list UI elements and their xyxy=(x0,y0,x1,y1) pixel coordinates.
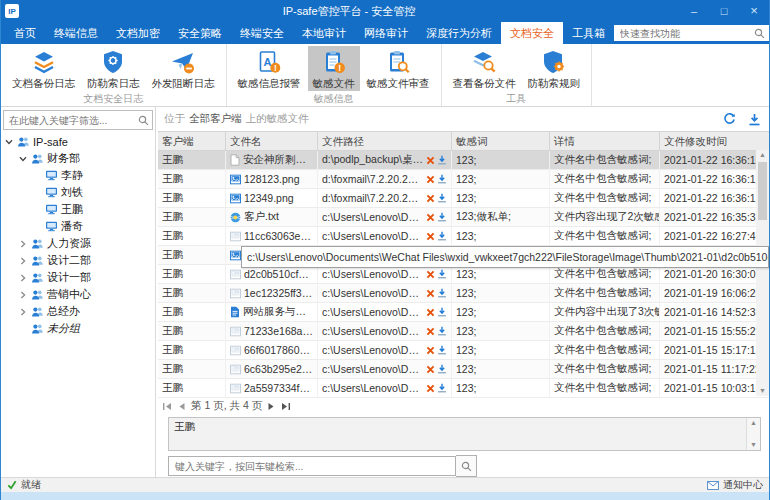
ribbon-button[interactable]: 查看备份文件 xyxy=(448,46,521,91)
delete-icon[interactable] xyxy=(426,269,435,279)
delete-icon[interactable] xyxy=(426,326,435,336)
table-row[interactable]: 王鹏12349.pngd:\foxmail\7.2.20.259\...123;… xyxy=(158,189,769,208)
tree-filter-input[interactable] xyxy=(7,114,138,127)
tree-node[interactable]: 王鹏 xyxy=(1,201,155,218)
scroll-up-icon[interactable]: ▲ xyxy=(750,418,757,428)
close-button[interactable]: × xyxy=(739,0,769,22)
delete-icon[interactable] xyxy=(426,193,435,203)
scroll-down-icon[interactable]: ▼ xyxy=(759,386,766,396)
delete-icon[interactable] xyxy=(426,174,435,184)
menu-tab[interactable]: 安全策略 xyxy=(169,22,231,44)
download-icon[interactable] xyxy=(437,269,447,279)
ribbon-button[interactable]: 外发阻断日志 xyxy=(147,46,220,91)
download-icon[interactable] xyxy=(437,364,447,374)
refresh-icon[interactable] xyxy=(723,113,736,126)
download-icon[interactable] xyxy=(437,345,447,355)
tree-expander[interactable] xyxy=(18,290,31,300)
tree-node[interactable]: 总经办 xyxy=(1,303,155,320)
keyword-search-box[interactable] xyxy=(168,456,456,476)
download-icon[interactable] xyxy=(437,326,447,336)
quick-search-box[interactable] xyxy=(614,25,769,41)
next-page-button[interactable] xyxy=(267,402,275,411)
delete-icon[interactable] xyxy=(426,212,435,222)
column-header[interactable]: 敏感词 xyxy=(452,132,550,150)
last-page-button[interactable] xyxy=(280,402,291,411)
delete-icon[interactable] xyxy=(426,383,435,393)
menu-tab[interactable]: 工具箱 xyxy=(563,22,614,44)
tree-node[interactable]: 设计一部 xyxy=(1,269,155,286)
column-header[interactable]: 文件路径 xyxy=(318,132,452,150)
menu-tab[interactable]: 深度行为分析 xyxy=(417,22,501,44)
tree-node[interactable]: 财务部 xyxy=(1,150,155,167)
minimize-button[interactable]: – xyxy=(679,0,709,22)
ribbon-button[interactable]: A!敏感信息报警 xyxy=(233,46,306,91)
table-row[interactable]: 王鹏客户.txtc:\Users\Lenovo\Deskt...123;做私单;… xyxy=(158,208,769,227)
menu-tab[interactable]: 终端信息 xyxy=(45,22,107,44)
tree-expander[interactable] xyxy=(18,154,31,164)
table-row[interactable]: 王鹏71233e168aa1e...c:\Users\Lenovo\Docu..… xyxy=(158,322,769,341)
vertical-scrollbar[interactable]: ▲ ▼ xyxy=(756,150,769,396)
maximize-button[interactable]: □ xyxy=(709,0,739,22)
column-header[interactable]: 文件名 xyxy=(226,132,318,150)
first-page-button[interactable] xyxy=(162,402,173,411)
breadcrumb-scope[interactable]: 全部客户端 xyxy=(189,112,242,126)
tree-node[interactable]: 人力资源 xyxy=(1,235,155,252)
tree-node[interactable]: 设计二部 xyxy=(1,252,155,269)
download-export-icon[interactable] xyxy=(748,113,761,126)
menu-tab[interactable]: 文档安全 xyxy=(501,22,563,44)
tree-filter-box[interactable] xyxy=(3,110,153,130)
delete-icon[interactable] xyxy=(426,231,435,241)
delete-icon[interactable] xyxy=(426,307,435,317)
download-icon[interactable] xyxy=(437,212,447,222)
tree-node[interactable]: IP-safe xyxy=(1,133,155,150)
table-row[interactable]: 王鹏66f6017860112...c:\Users\Lenovo\Docu..… xyxy=(158,341,769,360)
ribbon-button[interactable]: 文档备份日志 xyxy=(7,46,80,91)
column-header[interactable]: 客户端 xyxy=(158,132,226,150)
quick-search-input[interactable] xyxy=(618,27,754,40)
download-icon[interactable] xyxy=(437,307,447,317)
tree-node[interactable]: 营销中心 xyxy=(1,286,155,303)
table-row[interactable]: 王鹏1ec12325ff3d3...c:\Users\Lenovo\Docu..… xyxy=(158,284,769,303)
delete-icon[interactable] xyxy=(426,155,435,165)
table-row[interactable]: 王鹏2a5597334f5b4...c:\Users\Lenovo\Docu..… xyxy=(158,379,769,398)
tree-expander[interactable] xyxy=(18,273,31,283)
download-icon[interactable] xyxy=(437,155,447,165)
column-header[interactable]: 文件修改时间 xyxy=(660,132,769,150)
tree-expander[interactable] xyxy=(18,239,31,249)
keyword-search-button[interactable] xyxy=(456,455,477,477)
menu-tab[interactable]: 文档加密 xyxy=(107,22,169,44)
menu-tab[interactable]: 首页 xyxy=(5,22,45,44)
tree-node[interactable]: 刘铁 xyxy=(1,184,155,201)
menu-tab[interactable]: 终端安全 xyxy=(231,22,293,44)
ribbon-button[interactable]: 防勒索规则 xyxy=(523,46,586,91)
column-header[interactable]: 详情 xyxy=(550,132,660,150)
download-icon[interactable] xyxy=(437,383,447,393)
delete-icon[interactable] xyxy=(426,288,435,298)
detail-scrollbar[interactable]: ▲ ▼ xyxy=(746,418,760,450)
ribbon-button[interactable]: 防勒索日志 xyxy=(82,46,145,91)
tree-node[interactable]: 李静 xyxy=(1,167,155,184)
menu-tab[interactable]: 本地审计 xyxy=(293,22,355,44)
table-row[interactable]: 王鹏6c63b295e2195...c:\Users\Lenovo\Docu..… xyxy=(158,360,769,379)
notification-center-link[interactable]: 通知中心 xyxy=(723,478,763,492)
tree-node[interactable]: 未分组 xyxy=(1,320,155,337)
delete-icon[interactable] xyxy=(426,345,435,355)
table-row[interactable]: 王鹏安企神所剩点数.t...d:\podlp_backup\桌面\...123;… xyxy=(158,151,769,170)
table-row[interactable]: 王鹏网站服务与支持...c:\Users\Lenovo\Deskt...123;… xyxy=(158,303,769,322)
tree-expander[interactable] xyxy=(18,307,31,317)
download-icon[interactable] xyxy=(437,288,447,298)
tree-expander[interactable] xyxy=(18,256,31,266)
scrollbar-thumb[interactable] xyxy=(758,162,767,220)
ribbon-button[interactable]: !敏感文件 xyxy=(308,46,360,91)
ribbon-button[interactable]: 敏感文件审查 xyxy=(362,46,435,91)
scroll-down-icon[interactable]: ▼ xyxy=(750,440,757,450)
tree-node[interactable]: 潘奇 xyxy=(1,218,155,235)
table-row[interactable]: 王鹏11cc63063e8bd...c:\Users\Lenovo\Docu..… xyxy=(158,227,769,246)
download-icon[interactable] xyxy=(437,174,447,184)
menu-tab[interactable]: 网络审计 xyxy=(355,22,417,44)
keyword-search-input[interactable] xyxy=(173,460,451,473)
table-row[interactable]: 王鹏128123.pngd:\foxmail\7.2.20.259\...123… xyxy=(158,170,769,189)
scroll-up-icon[interactable]: ▲ xyxy=(759,150,766,160)
prev-page-button[interactable] xyxy=(178,402,186,411)
download-icon[interactable] xyxy=(437,231,447,241)
